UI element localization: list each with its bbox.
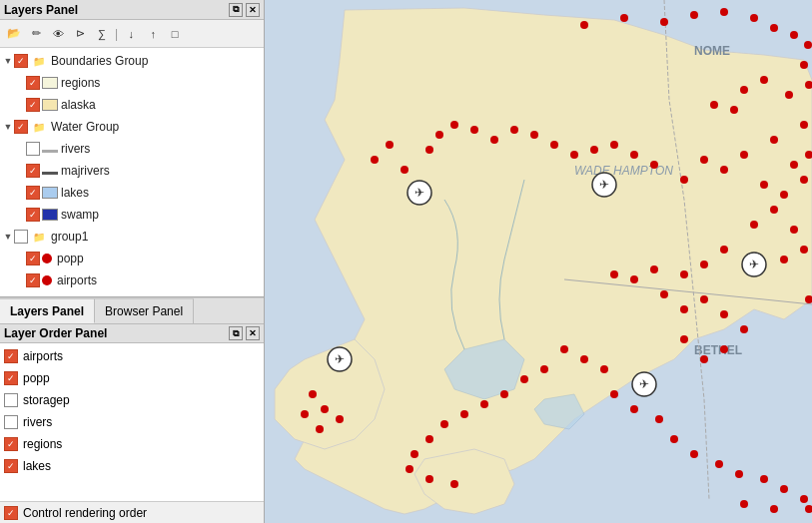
- regions-label: regions: [61, 76, 100, 90]
- group1-icon: 📁: [30, 229, 48, 245]
- tab-layers[interactable]: Layers Panel: [0, 298, 95, 323]
- order-rivers[interactable]: rivers: [0, 411, 264, 433]
- digitize-btn[interactable]: ✏: [26, 24, 46, 44]
- order-regions-label: regions: [23, 437, 62, 451]
- order-popp[interactable]: popp: [0, 367, 264, 389]
- order-airports[interactable]: airports: [0, 345, 264, 367]
- alaska-row[interactable]: alaska: [0, 94, 264, 116]
- svg-point-50: [780, 191, 788, 199]
- svg-point-15: [720, 8, 728, 16]
- nome-label: NOME: [694, 44, 730, 58]
- svg-point-60: [650, 265, 658, 273]
- svg-point-46: [386, 141, 394, 149]
- svg-point-26: [710, 101, 718, 109]
- svg-point-63: [660, 290, 668, 298]
- lakes-row[interactable]: lakes: [0, 182, 264, 204]
- airport-icon-4: ✈: [592, 173, 616, 197]
- svg-point-37: [570, 151, 578, 159]
- water-group-row[interactable]: 📁 Water Group: [0, 116, 264, 138]
- water-expand-arrow[interactable]: [2, 122, 14, 132]
- order-airports-label: airports: [23, 349, 63, 363]
- svg-point-51: [800, 176, 808, 184]
- rivers-row[interactable]: rivers: [0, 138, 264, 160]
- order-popp-cb[interactable]: [4, 371, 18, 385]
- group1-checkbox[interactable]: [14, 230, 28, 244]
- water-checkbox[interactable]: [14, 120, 28, 134]
- boundaries-expand-arrow[interactable]: [2, 56, 14, 66]
- group1-label: group1: [51, 230, 88, 244]
- move-down-btn[interactable]: ↓: [121, 24, 141, 44]
- popp-label: popp: [57, 252, 84, 265]
- layers-panel-top: Layers Panel ⧉ ✕ 📂 ✏ 👁 ⊳ ∑ | ↓ ↑ □ 📁: [0, 0, 264, 297]
- boundaries-group-label: Boundaries Group: [51, 54, 148, 68]
- svg-point-48: [401, 166, 408, 174]
- majrivers-checkbox[interactable]: [26, 164, 40, 178]
- svg-text:✈: ✈: [414, 186, 424, 200]
- swamp-label: swamp: [61, 208, 99, 222]
- order-storagep-cb[interactable]: [4, 393, 18, 407]
- airports-dot-icon: [42, 275, 52, 285]
- control-rendering-cb[interactable]: [4, 506, 18, 520]
- expand-all-btn[interactable]: □: [165, 24, 185, 44]
- alaska-label: alaska: [61, 98, 96, 112]
- airports-row[interactable]: airports: [0, 269, 264, 291]
- svg-point-69: [700, 355, 708, 363]
- move-up-btn[interactable]: ↑: [143, 24, 163, 44]
- svg-point-103: [336, 415, 344, 423]
- airports-label: airports: [57, 273, 97, 287]
- map-area[interactable]: NOME WADE HAMPTON BETHEL ✈ ✈ ✈ ✈ ✈: [265, 0, 812, 523]
- tab-browser[interactable]: Browser Panel: [95, 298, 194, 323]
- swamp-row[interactable]: swamp: [0, 204, 264, 226]
- toolbar-sep1: |: [115, 27, 118, 41]
- edit-btn[interactable]: ∑: [92, 24, 112, 44]
- lakes-checkbox[interactable]: [26, 186, 40, 200]
- order-lakes-cb[interactable]: [4, 459, 18, 473]
- filter-btn[interactable]: ⊳: [70, 24, 90, 44]
- control-rendering-bar: Control rendering order: [0, 501, 264, 523]
- regions-row[interactable]: regions: [0, 72, 264, 94]
- svg-point-38: [550, 141, 558, 149]
- svg-point-12: [620, 14, 628, 22]
- order-rivers-cb[interactable]: [4, 415, 18, 429]
- svg-point-59: [680, 270, 688, 278]
- open-layer-btn[interactable]: 📂: [4, 24, 24, 44]
- majrivers-row[interactable]: majrivers: [0, 160, 264, 182]
- svg-point-61: [630, 275, 638, 283]
- visibility-btn[interactable]: 👁: [48, 24, 68, 44]
- rivers-checkbox[interactable]: [26, 142, 40, 156]
- water-group-label: Water Group: [51, 120, 119, 134]
- group1-expand-arrow[interactable]: [2, 232, 14, 242]
- alaska-swatch: [42, 99, 58, 111]
- group1-row[interactable]: 📁 group1: [0, 226, 264, 248]
- order-airports-cb[interactable]: [4, 349, 18, 363]
- swamp-checkbox[interactable]: [26, 208, 40, 222]
- layers-panel-title: Layers Panel: [4, 3, 78, 17]
- svg-point-36: [590, 146, 598, 154]
- airports-checkbox[interactable]: [26, 273, 40, 287]
- popp-row[interactable]: popp: [0, 248, 264, 269]
- boundaries-group-row[interactable]: 📁 Boundaries Group: [0, 50, 264, 72]
- svg-point-16: [750, 14, 758, 22]
- layers-panel-controls: ⧉ ✕: [229, 3, 260, 17]
- order-regions[interactable]: regions: [0, 433, 264, 455]
- layer-order-restore-btn[interactable]: ⧉: [229, 326, 243, 340]
- regions-checkbox[interactable]: [26, 76, 40, 90]
- boundaries-checkbox[interactable]: [14, 54, 28, 68]
- order-lakes[interactable]: lakes: [0, 455, 264, 477]
- layers-close-btn[interactable]: ✕: [246, 3, 260, 17]
- layer-order-close-btn[interactable]: ✕: [246, 326, 260, 340]
- svg-point-19: [804, 41, 812, 49]
- svg-point-82: [406, 465, 413, 473]
- order-regions-cb[interactable]: [4, 437, 18, 451]
- order-storagep[interactable]: storagep: [0, 389, 264, 411]
- alaska-checkbox[interactable]: [26, 98, 40, 112]
- svg-point-87: [655, 415, 663, 423]
- order-storagep-label: storagep: [23, 393, 70, 407]
- lakes-label: lakes: [61, 186, 89, 200]
- layers-restore-btn[interactable]: ⧉: [229, 3, 243, 17]
- popp-checkbox[interactable]: [26, 252, 40, 265]
- svg-point-17: [770, 24, 778, 32]
- svg-point-40: [510, 126, 518, 134]
- layer-order-controls: ⧉ ✕: [229, 326, 260, 340]
- svg-text:✈: ✈: [639, 377, 649, 391]
